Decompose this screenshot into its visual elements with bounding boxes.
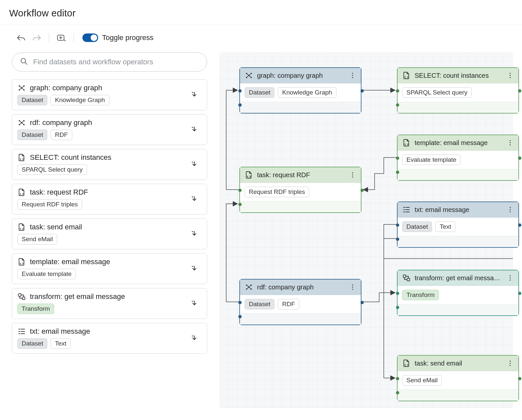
node-footer xyxy=(398,236,518,247)
list-icon xyxy=(17,327,26,336)
insert-icon[interactable] xyxy=(189,298,200,309)
port[interactable] xyxy=(396,306,399,309)
node-menu-button[interactable] xyxy=(507,360,514,367)
file-code-icon xyxy=(17,153,26,162)
insert-icon[interactable] xyxy=(189,159,200,170)
svg-point-46 xyxy=(510,280,511,281)
sidebar-item[interactable]: txt: email messageDatasetText xyxy=(12,323,207,354)
node-menu-button[interactable] xyxy=(507,139,514,146)
canvas[interactable]: graph: company graphDatasetKnowledge Gra… xyxy=(220,52,513,408)
search-input[interactable] xyxy=(33,57,199,67)
node-n_request[interactable]: task: request RDFRequest RDF triples xyxy=(239,167,361,213)
node-body: DatasetKnowledge Graph xyxy=(240,83,361,102)
port[interactable] xyxy=(396,377,399,380)
sidebar-item[interactable]: SELECT: count instancesSPARQL Select que… xyxy=(12,149,207,180)
tag: SPARQL Select query xyxy=(402,87,472,98)
tag: Transform xyxy=(17,304,54,314)
tag-row: Evaluate template xyxy=(17,269,110,279)
search-box[interactable] xyxy=(12,52,207,72)
port[interactable] xyxy=(396,292,399,295)
port[interactable] xyxy=(396,238,399,241)
svg-point-30 xyxy=(352,177,353,178)
node-n_txt[interactable]: txt: email messageDatasetText xyxy=(397,201,519,248)
sidebar-item[interactable]: task: send emailSend eMail xyxy=(12,219,207,249)
svg-point-14 xyxy=(248,75,250,76)
toggle-progress[interactable]: Toggle progress xyxy=(82,33,154,42)
insert-icon[interactable] xyxy=(189,229,200,239)
sidebar-item[interactable]: graph: company graphDatasetKnowledge Gra… xyxy=(12,79,207,110)
node-menu-button[interactable] xyxy=(507,72,514,79)
port[interactable] xyxy=(518,377,521,380)
port[interactable] xyxy=(518,292,521,295)
port[interactable] xyxy=(396,89,399,93)
insert-icon[interactable] xyxy=(189,194,200,204)
svg-point-49 xyxy=(510,365,511,366)
node-menu-button[interactable] xyxy=(349,284,356,291)
node-body: Evaluate template xyxy=(398,151,518,169)
node-title: transform: get email messa… xyxy=(415,274,503,282)
node-menu-button[interactable] xyxy=(507,274,514,282)
port[interactable] xyxy=(396,391,399,394)
port[interactable] xyxy=(238,315,242,318)
node-header[interactable]: SELECT: count instances xyxy=(398,68,518,83)
svg-point-7 xyxy=(21,122,22,123)
node-n_template[interactable]: template: email messageEvaluate template xyxy=(397,135,519,181)
svg-point-19 xyxy=(352,73,353,74)
port[interactable] xyxy=(360,301,364,304)
port[interactable] xyxy=(360,189,364,192)
node-header[interactable]: transform: get email messa… xyxy=(398,270,518,286)
port[interactable] xyxy=(518,157,521,160)
edge xyxy=(361,293,394,302)
sidebar-item[interactable]: task: request RDFRequest RDF triples xyxy=(12,184,207,215)
edge xyxy=(226,90,239,190)
insert-icon[interactable] xyxy=(189,263,200,274)
port[interactable] xyxy=(396,103,399,107)
node-n_rdf[interactable]: rdf: company graphDatasetRDF xyxy=(239,279,361,325)
undo-button[interactable] xyxy=(15,32,27,43)
node-header[interactable]: graph: company graph xyxy=(240,68,361,83)
add-node-button[interactable] xyxy=(56,32,67,43)
insert-icon[interactable] xyxy=(189,333,200,344)
node-n_graph[interactable]: graph: company graphDatasetKnowledge Gra… xyxy=(239,67,361,114)
port[interactable] xyxy=(238,189,242,192)
port[interactable] xyxy=(238,203,242,206)
node-n_send[interactable]: task: send emailSend eMail xyxy=(397,355,519,401)
port[interactable] xyxy=(518,223,521,227)
tag: Request RDF triples xyxy=(245,187,309,197)
port[interactable] xyxy=(518,89,521,93)
node-n_transform[interactable]: transform: get email messa…Transform xyxy=(397,270,519,316)
port[interactable] xyxy=(396,171,399,174)
redo-button[interactable] xyxy=(31,32,42,43)
tag: Dataset xyxy=(17,130,47,140)
file-code-icon xyxy=(402,359,411,368)
sidebar-item[interactable]: transform: get email messageTransform xyxy=(12,288,207,319)
node-footer xyxy=(240,201,361,212)
tag: Evaluate template xyxy=(17,269,76,279)
port[interactable] xyxy=(396,223,399,227)
node-menu-button[interactable] xyxy=(349,171,356,178)
node-header[interactable]: task: send email xyxy=(398,356,518,371)
port[interactable] xyxy=(238,89,242,93)
port[interactable] xyxy=(360,89,364,93)
node-header[interactable]: template: email message xyxy=(398,135,518,151)
sidebar-item[interactable]: template: email messageEvaluate template xyxy=(12,253,207,284)
node-menu-button[interactable] xyxy=(507,206,514,213)
port[interactable] xyxy=(238,103,242,107)
node-header[interactable]: txt: email message xyxy=(398,202,518,218)
toolbar: Toggle progress xyxy=(0,25,522,52)
sidebar-item[interactable]: rdf: company graphDatasetRDF xyxy=(12,114,207,145)
port[interactable] xyxy=(238,301,242,304)
insert-icon[interactable] xyxy=(189,90,200,100)
node-menu-button[interactable] xyxy=(349,72,356,79)
port[interactable] xyxy=(396,157,399,160)
node-header[interactable]: rdf: company graph xyxy=(240,280,361,295)
node-body: SPARQL Select query xyxy=(398,83,518,102)
svg-point-33 xyxy=(510,211,511,212)
toggle-switch[interactable] xyxy=(82,33,98,42)
node-footer xyxy=(398,169,518,180)
node-header[interactable]: task: request RDF xyxy=(240,167,361,183)
tag: Send eMail xyxy=(17,234,57,244)
sidebar: graph: company graphDatasetKnowledge Gra… xyxy=(12,52,207,408)
node-n_select[interactable]: SELECT: count instancesSPARQL Select que… xyxy=(397,67,519,114)
insert-icon[interactable] xyxy=(189,124,200,135)
